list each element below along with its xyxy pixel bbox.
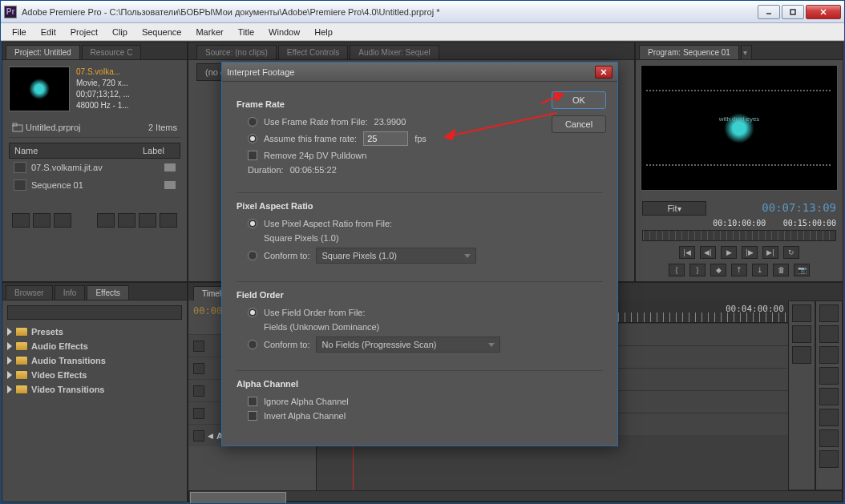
maximize-button[interactable] (782, 5, 804, 19)
trash-icon[interactable]: 🗑 (773, 264, 789, 276)
zoom-fit-dropdown[interactable]: Fit ▾ (642, 201, 706, 216)
input-assume-framerate[interactable] (363, 131, 408, 146)
loop-button[interactable]: ↻ (783, 246, 799, 259)
list-view-button[interactable] (12, 213, 30, 228)
step-back-button[interactable]: ◀| (700, 246, 716, 259)
program-timecode[interactable]: 00:07:13:09 (762, 201, 836, 216)
label-swatch[interactable] (164, 163, 176, 171)
eye-icon[interactable] (193, 341, 204, 352)
tab-audio-mixer[interactable]: Audio Mixer: Sequel (350, 45, 439, 59)
menu-title[interactable]: Title (232, 25, 261, 39)
new-item-button[interactable] (139, 213, 156, 228)
menu-project[interactable]: Project (64, 25, 104, 39)
select-conform-par[interactable]: Square Pixels (1.0) (316, 248, 476, 264)
tab-info[interactable]: Info (55, 285, 86, 300)
list-item[interactable]: 07.S.volkami.jit.av (9, 159, 180, 176)
checkbox-invert-alpha[interactable] (248, 411, 257, 421)
radio-use-file-par[interactable] (248, 219, 257, 228)
menu-clip[interactable]: Clip (106, 25, 134, 39)
mark-in-button[interactable]: { (669, 264, 685, 276)
dialog-close-button[interactable] (595, 66, 613, 79)
clip-thumbnail[interactable] (9, 67, 70, 111)
new-bin-button[interactable] (118, 213, 135, 228)
tab-browser[interactable]: Browser (6, 285, 53, 300)
radio-assume-framerate[interactable] (248, 134, 257, 143)
folder-video-effects[interactable]: Video Effects (7, 368, 182, 382)
tab-effects[interactable]: Effects (87, 285, 128, 300)
ok-button[interactable]: OK (552, 91, 606, 109)
extract-button[interactable]: ⤓ (752, 264, 768, 276)
menu-window[interactable]: Window (262, 25, 306, 39)
play-button[interactable]: ▶ (721, 246, 737, 259)
export-frame-button[interactable]: 📷 (794, 264, 810, 276)
tab-source[interactable]: Source: (no clips) (196, 45, 277, 59)
find-button[interactable] (97, 213, 115, 228)
delete-button[interactable] (160, 213, 177, 228)
disclosure-icon[interactable] (7, 357, 12, 365)
menu-sequence[interactable]: Sequence (135, 25, 188, 39)
tab-program[interactable]: Program: Sequence 01 (639, 45, 739, 59)
clip-meta-duration: 00;07;13;12, ... (76, 89, 130, 100)
menu-file[interactable]: File (6, 25, 33, 39)
hand-tool[interactable] (819, 429, 839, 447)
radio-use-file-framerate[interactable] (248, 117, 257, 127)
timeline-scrollbar[interactable] (188, 490, 843, 502)
label-use-fields: Use Field Order from File: (264, 308, 366, 317)
label-swatch[interactable] (164, 181, 176, 189)
step-fwd-button[interactable]: |▶ (742, 246, 758, 259)
lift-button[interactable]: ⤒ (731, 264, 747, 276)
tab-project[interactable]: Project: Untitled (6, 45, 80, 59)
select-conform-fields[interactable]: No Fields (Progressive Scan) (316, 337, 500, 353)
radio-conform-par[interactable] (248, 251, 257, 260)
menu-marker[interactable]: Marker (189, 25, 229, 39)
eye-icon[interactable] (193, 385, 204, 397)
cancel-button[interactable]: Cancel (552, 115, 606, 133)
eye-icon[interactable] (193, 363, 204, 374)
disclosure-icon[interactable] (7, 371, 12, 379)
close-button[interactable] (806, 5, 841, 19)
clip-name: 07.S.volka... (76, 67, 130, 78)
selection-tool[interactable] (819, 304, 839, 322)
label-conform-par: Conform to: (264, 251, 309, 260)
speaker-icon[interactable] (193, 408, 204, 419)
folder-presets[interactable]: Presets (7, 325, 182, 339)
checkbox-ignore-alpha[interactable] (248, 397, 257, 406)
marker-button[interactable]: ◆ (710, 264, 726, 276)
razor-tool[interactable] (819, 367, 839, 385)
go-start-button[interactable]: |◀ (679, 246, 695, 259)
radio-use-file-fields[interactable] (248, 308, 257, 317)
program-monitor[interactable]: with dual eyes (641, 65, 838, 191)
value-file-par: Square Pixels (1.0) (264, 233, 339, 243)
tab-dropdown[interactable]: ▾ (741, 45, 752, 59)
go-end-button[interactable]: ▶| (762, 246, 778, 259)
radio-conform-fields[interactable] (248, 340, 257, 349)
sequence-icon (14, 179, 26, 191)
menu-edit[interactable]: Edit (34, 25, 63, 39)
disclosure-icon[interactable] (7, 328, 12, 336)
col-label[interactable]: Label (143, 146, 175, 155)
auto-match-button[interactable] (54, 213, 71, 228)
program-timeline-scrubber[interactable] (642, 230, 836, 241)
tab-resource[interactable]: Resource C (82, 45, 142, 59)
col-name[interactable]: Name (14, 146, 143, 155)
menu-help[interactable]: Help (308, 25, 339, 39)
disclosure-icon[interactable] (7, 385, 12, 393)
folder-audio-transitions[interactable]: Audio Transitions (7, 353, 182, 368)
pen-tool[interactable] (819, 409, 839, 426)
speaker-icon[interactable] (193, 430, 204, 442)
list-item[interactable]: Sequence 01 (9, 176, 180, 194)
folder-video-transitions[interactable]: Video Transitions (7, 382, 182, 397)
minimize-button[interactable] (758, 5, 780, 19)
zoom-tool[interactable] (819, 450, 839, 468)
effects-search-input[interactable] (7, 305, 182, 320)
icon-view-button[interactable] (33, 213, 51, 228)
mark-out-button[interactable]: } (689, 264, 706, 276)
ripple-tool[interactable] (819, 346, 839, 364)
disclosure-icon[interactable] (7, 342, 12, 350)
track-select-tool[interactable] (819, 325, 839, 343)
clip-meta-audio: 48000 Hz - 1... (76, 100, 130, 111)
slip-tool[interactable] (819, 388, 839, 405)
folder-audio-effects[interactable]: Audio Effects (7, 339, 182, 353)
value-file-framerate: 23.9900 (374, 117, 406, 127)
tab-effect-controls[interactable]: Effect Controls (278, 45, 348, 59)
